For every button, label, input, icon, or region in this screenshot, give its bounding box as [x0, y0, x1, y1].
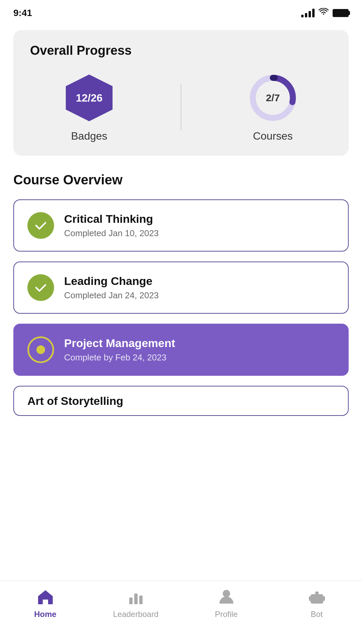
course-date: Completed Jan 24, 2023 [64, 290, 159, 301]
svg-rect-9 [318, 598, 321, 600]
courses-count: 2/7 [266, 92, 280, 104]
badges-hexagon: 12/26 [62, 71, 116, 125]
courses-label: Courses [253, 130, 293, 142]
nav-item-profile[interactable]: Profile [181, 588, 272, 619]
svg-rect-8 [313, 598, 316, 600]
svg-rect-11 [315, 592, 319, 595]
section-title: Course Overview [13, 172, 349, 187]
course-info-leading-change: Leading Change Completed Jan 24, 2023 [64, 275, 159, 301]
courses-donut: 2/7 [246, 71, 300, 125]
home-icon [35, 588, 55, 606]
bottom-nav: Home Leaderboard Profile [0, 581, 362, 644]
completed-icon-leading-change [27, 274, 54, 301]
nav-item-bot[interactable]: Bot [272, 588, 362, 619]
progress-card: Overall Progress 12/26 Badges [13, 30, 349, 156]
course-name: Critical Thinking [64, 212, 159, 225]
course-info-project-management: Project Management Complete by Feb 24, 2… [64, 337, 175, 363]
active-icon-project-management [27, 336, 54, 363]
badges-stat: 12/26 Badges [62, 71, 116, 142]
svg-rect-13 [323, 596, 325, 601]
wifi-icon [319, 8, 329, 18]
nav-item-home[interactable]: Home [0, 588, 90, 619]
course-date: Complete by Feb 24, 2023 [64, 352, 175, 363]
status-icons [301, 8, 349, 18]
courses-stat: 2/7 Courses [246, 71, 300, 142]
bot-icon [307, 588, 327, 606]
svg-point-6 [223, 590, 230, 597]
main-content: Overall Progress 12/26 Badges [0, 23, 362, 483]
completed-icon-critical-thinking [27, 212, 54, 239]
course-name: Art of Storytelling [27, 394, 123, 408]
battery-icon [333, 9, 349, 17]
course-info-art-of-storytelling: Art of Storytelling [27, 394, 123, 408]
course-card-project-management[interactable]: Project Management Complete by Feb 24, 2… [13, 324, 349, 376]
course-name: Leading Change [64, 275, 159, 288]
course-card-critical-thinking[interactable]: Critical Thinking Completed Jan 10, 2023 [13, 199, 349, 252]
course-card-art-of-storytelling[interactable]: Art of Storytelling [13, 386, 349, 416]
nav-label-bot: Bot [311, 610, 323, 619]
course-name: Project Management [64, 337, 175, 350]
nav-label-profile: Profile [215, 610, 237, 619]
course-date: Completed Jan 10, 2023 [64, 228, 159, 238]
profile-icon [216, 588, 236, 606]
svg-rect-4 [134, 594, 138, 604]
nav-item-leaderboard[interactable]: Leaderboard [90, 588, 181, 619]
svg-rect-3 [129, 598, 133, 604]
course-card-leading-change[interactable]: Leading Change Completed Jan 24, 2023 [13, 262, 349, 314]
course-overview-section: Course Overview Critical Thinking Comple… [13, 172, 349, 416]
stat-divider [181, 84, 181, 130]
nav-label-home: Home [34, 610, 56, 619]
status-time: 9:41 [13, 8, 32, 18]
hexagon-shape: 12/26 [66, 74, 113, 121]
radio-dot [36, 345, 45, 354]
status-bar: 9:41 [0, 0, 362, 23]
leaderboard-icon [126, 588, 146, 606]
progress-card-title: Overall Progress [30, 43, 332, 58]
svg-rect-12 [309, 596, 311, 601]
svg-rect-10 [315, 601, 319, 602]
progress-stats: 12/26 Badges 2/7 [30, 71, 332, 142]
badges-count: 12/26 [76, 92, 103, 104]
svg-rect-5 [139, 596, 143, 604]
signal-bars-icon [301, 9, 315, 17]
badges-label: Badges [71, 130, 108, 142]
nav-label-leaderboard: Leaderboard [113, 610, 158, 619]
course-info-critical-thinking: Critical Thinking Completed Jan 10, 2023 [64, 212, 159, 238]
courses-list: Critical Thinking Completed Jan 10, 2023… [13, 199, 349, 416]
